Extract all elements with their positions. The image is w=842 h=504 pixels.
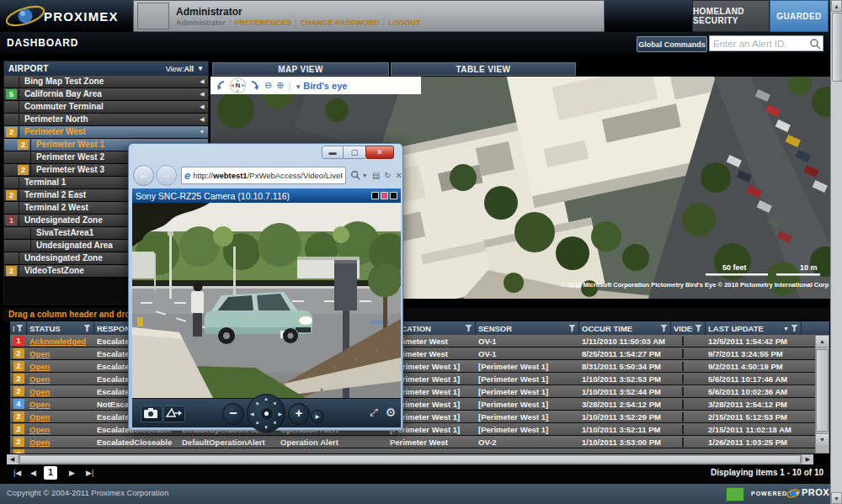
zone-tree-item[interactable]: 5 California Bay Area <box>4 88 208 101</box>
col-occur-time[interactable]: OCCUR TIME <box>579 321 671 335</box>
table-vertical-scrollbar[interactable]: ▲ ▼ <box>815 335 829 454</box>
alert-row[interactable]: 2 <box>10 448 815 454</box>
video-indicator[interactable] <box>682 337 684 346</box>
expand-arrow-icon[interactable] <box>196 126 208 138</box>
filter-icon[interactable] <box>695 325 702 332</box>
video-cell[interactable] <box>671 425 706 434</box>
video-indicator[interactable] <box>682 374 684 384</box>
tab-table-view[interactable]: TABLE VIEW <box>391 62 576 76</box>
global-commands-button[interactable]: Global Commands <box>637 36 707 52</box>
expand-arrow-icon[interactable] <box>196 101 208 113</box>
map-style-dropdown[interactable]: ▼Bird's eye <box>295 81 347 91</box>
col-severity[interactable]: ! <box>10 321 27 335</box>
scrollbar-thumb[interactable] <box>816 349 829 432</box>
close-button[interactable]: ✕ <box>365 146 394 159</box>
next-page-button[interactable]: ▶ <box>69 467 75 480</box>
video-cell[interactable] <box>671 387 706 396</box>
alert-row[interactable]: 2 Open EscalatedCloseable DefaultOperati… <box>10 436 815 448</box>
filter-icon[interactable] <box>568 325 576 332</box>
change-password-link[interactable]: CHANGE PASSWORD <box>301 19 380 27</box>
zone-tree-header[interactable]: AIRPORT View:All ▼ <box>4 61 208 76</box>
settings-gear-icon[interactable]: ⚙ <box>383 405 398 420</box>
col-video[interactable]: VIDEO <box>671 321 706 335</box>
tab-map-view[interactable]: MAP VIEW <box>212 62 389 76</box>
last-page-button[interactable]: ▶| <box>86 467 93 480</box>
pan-left-icon[interactable]: ◀ <box>231 82 234 88</box>
status-link[interactable]: Open <box>27 425 94 434</box>
filter-icon[interactable] <box>660 325 668 332</box>
snapshot-button[interactable] <box>141 406 163 422</box>
expand-arrow-icon[interactable] <box>196 76 208 88</box>
status-link[interactable]: Open <box>27 349 94 358</box>
filter-icon[interactable] <box>16 325 24 332</box>
video-indicator[interactable] <box>682 425 684 434</box>
threat-level-button[interactable]: GUARDED <box>770 0 829 32</box>
scrollbar-thumb[interactable] <box>19 455 801 464</box>
status-link[interactable]: Acknowledged <box>27 337 94 346</box>
zoom-in-icon[interactable]: ⊕ <box>276 81 284 90</box>
fullscreen-icon[interactable]: ⤢ <box>366 405 381 420</box>
forward-button[interactable]: → <box>156 165 177 186</box>
ptz-down-icon[interactable]: ▼ <box>264 425 269 430</box>
ptz-upright-icon[interactable]: ▲ <box>272 400 279 406</box>
scroll-right-icon[interactable]: ▶ <box>802 454 813 464</box>
live-video-frame[interactable] <box>132 203 401 398</box>
zoom-out-button[interactable]: – <box>222 403 244 425</box>
video-indicator[interactable] <box>682 438 684 447</box>
compass-control[interactable]: N ◀▶ ▲▼ <box>230 77 246 93</box>
pan-right-icon[interactable]: ▶ <box>242 82 245 88</box>
video-indicator[interactable] <box>682 362 684 371</box>
search-icon[interactable] <box>809 38 821 50</box>
filter-icon[interactable] <box>465 325 472 332</box>
status-link[interactable]: Open <box>27 438 94 447</box>
col-status[interactable]: STATUS <box>27 321 94 335</box>
col-sensor[interactable]: SENSOR <box>476 321 579 335</box>
video-cell[interactable] <box>671 412 706 422</box>
maximize-button[interactable]: ▢ <box>344 146 365 159</box>
ptz-left-icon[interactable]: ◀ <box>250 411 254 416</box>
ptz-downleft-icon[interactable]: ▲ <box>253 420 260 427</box>
ptz-up-icon[interactable]: ▲ <box>264 396 269 401</box>
zoom-in-button[interactable]: + <box>288 403 310 425</box>
play-button[interactable]: ▶ <box>311 410 324 423</box>
video-cell[interactable] <box>671 400 706 409</box>
chevron-down-icon[interactable]: ▼ <box>197 65 204 72</box>
video-cell[interactable] <box>671 438 706 447</box>
zone-tree-item[interactable]: Bing Map Test Zone <box>4 76 208 88</box>
zone-tree-item[interactable]: 2 Perimeter West <box>4 126 208 139</box>
scroll-left-icon[interactable]: ◀ <box>7 454 18 464</box>
video-cell[interactable] <box>671 337 706 346</box>
scroll-down-icon[interactable]: ▼ <box>831 492 842 504</box>
video-cell[interactable] <box>671 374 706 384</box>
expand-arrow-icon[interactable] <box>196 114 208 125</box>
page-scrollbar[interactable]: ▲ ▼ <box>830 0 842 504</box>
expand-arrow-icon[interactable] <box>196 88 208 100</box>
ptz-dpad[interactable]: ▲ ▼ ◀ ▶ ▲ ▲ ▲ ▲ <box>247 394 285 432</box>
status-link[interactable]: Open <box>27 362 94 371</box>
url-text[interactable]: http://webtest1/PxWebAccess/Video/LivePl… <box>193 171 343 180</box>
scroll-up-icon[interactable]: ▲ <box>816 336 829 347</box>
search-icon[interactable] <box>350 170 360 180</box>
video-cell[interactable] <box>671 450 706 454</box>
pan-down-icon[interactable]: ▼ <box>236 88 240 93</box>
filter-icon[interactable] <box>83 325 91 332</box>
homeland-security-button[interactable]: HOMELAND SECURITY <box>692 0 770 32</box>
status-link[interactable]: Open <box>27 400 94 409</box>
alert-id-search-input[interactable]: Enter an Alert ID. <box>709 35 823 51</box>
export-button[interactable] <box>163 406 185 422</box>
rotate-right-icon[interactable] <box>250 80 260 92</box>
col-last-update[interactable]: LAST UPDATE▼ <box>706 321 802 335</box>
minimize-button[interactable]: ▬ <box>322 146 344 159</box>
status-link[interactable]: Open <box>27 412 94 422</box>
ptz-downright-icon[interactable]: ▲ <box>272 420 279 427</box>
video-indicator[interactable] <box>682 412 684 422</box>
rotate-left-icon[interactable] <box>216 80 226 92</box>
status-link[interactable]: Open <box>27 374 94 384</box>
zone-tree-item[interactable]: Perimeter North <box>4 114 208 126</box>
address-bar[interactable]: e http://webtest1/PxWebAccess/Video/Live… <box>181 167 346 184</box>
prev-page-button[interactable]: ◀ <box>30 467 36 480</box>
video-indicator[interactable] <box>682 387 684 396</box>
video-cell[interactable] <box>671 362 706 371</box>
filter-icon[interactable] <box>791 325 798 332</box>
page-icon[interactable]: ▤ <box>372 171 380 180</box>
